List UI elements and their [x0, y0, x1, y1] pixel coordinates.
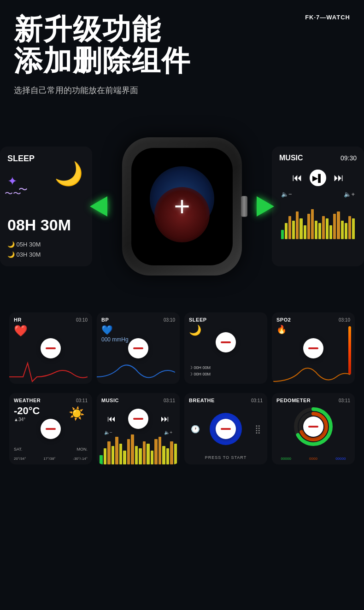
watch-outer: + [122, 137, 242, 276]
sleep-times: ☽ 00H 00M ☽ 00H 00M [189, 365, 211, 377]
weather-label: WEATHER [14, 398, 41, 403]
music-widget-time: 03:11 [164, 398, 175, 403]
subtitle: 选择自己常用的功能放在前端界面 [14, 85, 350, 96]
breathe-label: BREATHE [189, 398, 215, 403]
sleep-panel: SLEEP 🌙 ✦ 〜 〜〜 08H 30M 🌙 05H 30M 🌙 03H 3… [0, 147, 92, 266]
sleep-hours: 08H 30M [7, 216, 71, 234]
music-remove-button[interactable] [128, 409, 148, 429]
pedo-time: 03:11 [339, 398, 350, 403]
weather-day-mon: MON. [77, 447, 88, 452]
pedo-nums: 00000 0000 00000 [272, 457, 355, 461]
forecast-0: 20°/34° [14, 457, 26, 461]
weather-day-sat: SAT. [14, 447, 22, 452]
hr-wave [9, 358, 88, 384]
breathe-time: 03:11 [251, 398, 263, 403]
bp-wave [97, 358, 175, 384]
vol-down-icon[interactable]: 🔈− [281, 191, 292, 198]
forecast-2: -30°/-14° [73, 457, 88, 461]
bp-time: 03:10 [164, 317, 175, 323]
grid-row1: HR 03:10 ❤️ BP 03:10 💙 000 mmHg SLEEP 🌙 … [0, 303, 364, 393]
hr-label: HR [14, 317, 22, 323]
watch-screen: + [131, 148, 233, 265]
weather-forecasts: 20°/34° 17°/38° -30°/-14° [14, 457, 88, 461]
header: FK·7—WATCH 新升级功能 添加删除组件 选择自己常用的功能放在前端界面 [0, 0, 364, 100]
pedo-ring [293, 406, 334, 447]
spo2-time: 03:10 [339, 317, 350, 323]
music-vol-down[interactable]: 🔈− [104, 430, 112, 435]
weather-header: WEATHER 03:11 [14, 398, 88, 403]
hr-remove-button[interactable] [41, 338, 61, 358]
brand-label: FK·7—WATCH [305, 14, 350, 21]
vol-up-icon[interactable]: 🔈+ [344, 191, 355, 198]
spo2-header: SPO2 03:10 [276, 317, 350, 323]
spo2-icon: 🔥 [276, 324, 350, 334]
music-panel: MUSIC 09:30 ⏮ ▶▌ ⏭ 🔈− 🔈+ [272, 147, 364, 266]
heart-icon: ❤️ [14, 324, 88, 337]
music-widget-label: MUSIC [101, 398, 119, 403]
pedo-blue-num: 00000 [335, 457, 346, 461]
breathe-remove-button[interactable] [216, 419, 236, 439]
arrow-left-icon [90, 196, 107, 217]
sun-icon: ☀️ [69, 406, 85, 421]
bp-header: BP 03:10 [101, 317, 175, 323]
arrow-right-icon [257, 196, 274, 217]
fast-forward-icon[interactable]: ⏭ [334, 172, 344, 184]
bp-icon: 💙 [101, 324, 175, 335]
watch-body: + [122, 137, 242, 276]
watch-crown [241, 196, 247, 217]
music-vol-row: 🔈− 🔈+ [101, 429, 175, 436]
press-to-start-label: PRESS TO START [184, 455, 267, 460]
spo2-wave [272, 358, 350, 384]
pedo-header: PEDOMETER 03:11 [276, 398, 350, 403]
music-ff-icon[interactable]: ⏭ [161, 414, 169, 424]
sleep-time2: ☽ 00H 00M [189, 371, 211, 378]
title-line1: 新升级功能 [14, 14, 350, 45]
hr-header: HR 03:10 [14, 317, 88, 323]
pedo-label: PEDOMETER [276, 398, 311, 403]
spo2-remove-button[interactable] [303, 338, 323, 358]
music-panel-label: MUSIC [279, 154, 303, 162]
pedo-remove-button[interactable] [303, 416, 323, 437]
weather-remove-button[interactable] [41, 419, 61, 439]
sleep-time1: ☽ 00H 00M [189, 365, 211, 371]
music-vol-up[interactable]: 🔈+ [164, 430, 172, 435]
volume-row: 🔈− 🔈+ [279, 191, 357, 198]
sleep-sub1: 🌙 05H 30M [7, 241, 41, 248]
music-panel-time: 09:30 [341, 154, 357, 162]
widget-sleep: SLEEP 🌙 ☽ 00H 00M ☽ 00H 00M [184, 312, 267, 384]
breathe-circle [210, 413, 242, 445]
sleep-remove-button[interactable] [216, 332, 236, 352]
pedo-red-num: 0000 [309, 457, 317, 461]
music-widget-controls: ⏮ ⏭ [101, 409, 175, 429]
play-pause-icon[interactable]: ▶▌ [310, 170, 326, 186]
rewind-icon[interactable]: ⏮ [292, 172, 302, 184]
hr-time: 03:10 [76, 317, 88, 323]
grid-row2: WEATHER 03:11 -20°C ▲34° ☀️ SAT. MON. 20… [0, 393, 364, 474]
weather-days: SAT. MON. [14, 447, 88, 452]
eq-bars [279, 202, 357, 239]
widget-hr: HR 03:10 ❤️ [9, 312, 92, 384]
title-line2: 添加删除组件 [14, 45, 350, 76]
spo2-label: SPO2 [276, 317, 291, 323]
clock-icon: 🕐 [191, 424, 200, 433]
watch-plus-icon[interactable]: + [174, 193, 190, 220]
forecast-1: 17°/38° [43, 457, 55, 461]
watch-section: SLEEP 🌙 ✦ 〜 〜〜 08H 30M 🌙 05H 30M 🌙 03H 3… [0, 110, 364, 303]
widget-spo2: SPO2 03:10 🔥 [272, 312, 355, 384]
main-title: 新升级功能 添加删除组件 [14, 14, 350, 76]
music-controls: ⏮ ▶▌ ⏭ [279, 170, 357, 186]
sleep-label: SLEEP [189, 317, 207, 323]
sleep-sub2: 🌙 03H 30M [7, 251, 41, 258]
music-panel-top: MUSIC 09:30 [279, 154, 357, 162]
bp-label: BP [101, 317, 109, 323]
widget-breathe: BREATHE 03:11 🕐 ⣿ PRESS TO START [184, 393, 267, 464]
moon-icon: 🌙 [54, 160, 83, 187]
weather-time: 03:11 [76, 398, 88, 403]
widget-pedometer: PEDOMETER 03:11 00000 0000 00000 [272, 393, 355, 464]
bp-remove-button[interactable] [128, 338, 148, 358]
widget-music: MUSIC 03:11 ⏮ ⏭ 🔈− 🔈+ [97, 393, 180, 464]
settings-icon: ⣿ [255, 424, 261, 434]
music-rewind-icon[interactable]: ⏮ [107, 414, 116, 424]
music-eq-bars [97, 439, 180, 464]
sleep-header: SLEEP [189, 317, 263, 323]
